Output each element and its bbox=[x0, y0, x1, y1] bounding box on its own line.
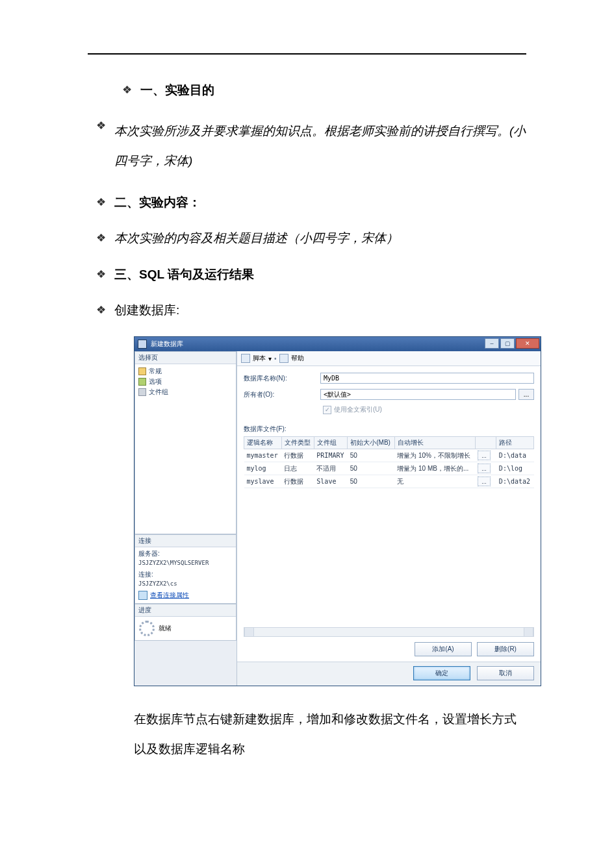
col-ellipsis bbox=[475, 437, 496, 449]
server-value: JSJZYZX2\MYSQLSERVER bbox=[138, 560, 233, 566]
minimize-button[interactable]: – bbox=[485, 338, 499, 349]
section-3-action: 创建数据库: bbox=[114, 301, 531, 319]
dbname-input[interactable]: MyDB bbox=[320, 373, 534, 384]
cell-grow[interactable]: 增量为 10%，不限制增长 bbox=[394, 449, 475, 462]
connection-head: 连接 bbox=[135, 535, 236, 547]
cell-group[interactable]: 不适用 bbox=[314, 462, 347, 475]
cell-type[interactable]: 行数据 bbox=[281, 449, 314, 462]
titlebar[interactable]: 新建数据库 – ▢ ✕ bbox=[134, 337, 541, 351]
nav-item-general[interactable]: 常规 bbox=[138, 366, 233, 377]
add-button[interactable]: 添加(A) bbox=[415, 642, 472, 656]
cell-size[interactable]: 50 bbox=[348, 449, 394, 462]
nav-label: 常规 bbox=[149, 367, 162, 376]
form-area: 数据库名称(N): MyDB 所有者(O): <默认值> ... ✓ bbox=[237, 366, 541, 422]
progress-text: 就绪 bbox=[159, 624, 172, 633]
col-logicalname[interactable]: 逻辑名称 bbox=[244, 437, 282, 449]
section-1-title: 一、实验目的 bbox=[140, 81, 531, 99]
bullet-icon: ❖ bbox=[96, 116, 114, 134]
fulltext-checkbox[interactable]: ✓ bbox=[323, 406, 331, 414]
footer-paragraph: 在数据库节点右键新建数据库，增加和修改数据文件名，设置增长方式以及数据库逻辑名称 bbox=[134, 704, 531, 763]
col-autogrow[interactable]: 自动增长 bbox=[394, 437, 475, 449]
connection-value: JSJZYZX2\cs bbox=[138, 580, 233, 587]
nav-head: 选择页 bbox=[135, 352, 236, 364]
cell-group[interactable]: PRIMARY bbox=[314, 449, 347, 462]
bullet-icon: ❖ bbox=[122, 81, 140, 99]
view-connection-link[interactable]: 查看连接属性 bbox=[138, 591, 233, 600]
files-label: 数据库文件(F): bbox=[244, 425, 541, 434]
left-pane: 选择页 常规 选项 bbox=[134, 351, 237, 686]
progress-head: 进度 bbox=[135, 604, 236, 617]
owner-label: 所有者(O): bbox=[244, 390, 320, 399]
close-button[interactable]: ✕ bbox=[516, 338, 539, 349]
separator: • bbox=[274, 355, 277, 362]
grid-empty-space[interactable] bbox=[244, 488, 534, 625]
section-1-body: 本次实验所涉及并要求掌握的知识点。根据老师实验前的讲授自行撰写。(小四号字，宋体… bbox=[114, 116, 531, 175]
page-icon bbox=[138, 388, 146, 396]
dialog-footer: 确定 取消 bbox=[237, 662, 541, 686]
owner-browse-button[interactable]: ... bbox=[518, 389, 534, 400]
window-title: 新建数据库 bbox=[151, 340, 183, 349]
connection-label: 连接: bbox=[138, 570, 233, 579]
section-2-heading: ❖ 二、实验内容： bbox=[96, 193, 531, 212]
table-row[interactable]: mymaster 行数据 PRIMARY 50 增量为 10%，不限制增长 ..… bbox=[244, 449, 534, 462]
section-2-body: 本次实验的内容及相关题目描述（小四号字，宋体） bbox=[114, 229, 531, 247]
server-label: 服务器: bbox=[138, 549, 233, 558]
section-3-action-line: ❖ 创建数据库: bbox=[96, 301, 531, 319]
embedded-screenshot: 新建数据库 – ▢ ✕ 选择页 bbox=[134, 336, 541, 686]
table-row[interactable]: myslave 行数据 Slave 50 无 ... D:\data2 bbox=[244, 475, 534, 488]
cell-path[interactable]: D:\data2 bbox=[496, 475, 534, 488]
cell-browse-button[interactable]: ... bbox=[478, 477, 491, 486]
horizontal-scrollbar[interactable] bbox=[244, 627, 534, 637]
nav-item-options[interactable]: 选项 bbox=[138, 377, 233, 387]
cell-size[interactable]: 50 bbox=[348, 462, 394, 475]
col-filegroup[interactable]: 文件组 bbox=[314, 437, 347, 449]
owner-input[interactable]: <默认值> bbox=[320, 389, 516, 400]
right-pane: 脚本 ▾ • 帮助 数据库名称(N): MyDB bbox=[237, 351, 541, 686]
section-3-title: 三、SQL 语句及运行结果 bbox=[114, 265, 531, 284]
progress-panel: 进度 就绪 bbox=[134, 604, 237, 641]
nav-item-filegroups[interactable]: 文件组 bbox=[138, 387, 233, 397]
spinner-icon bbox=[139, 621, 155, 636]
grid-header-row: 逻辑名称 文件类型 文件组 初始大小(MB) 自动增长 路径 bbox=[244, 437, 534, 449]
section-1-heading: ❖ 一、实验目的 bbox=[96, 81, 531, 99]
remove-button[interactable]: 删除(R) bbox=[477, 642, 534, 656]
cell-grow[interactable]: 无 bbox=[394, 475, 475, 488]
grid-action-row: 添加(A) 删除(R) bbox=[237, 637, 541, 662]
files-grid[interactable]: 逻辑名称 文件类型 文件组 初始大小(MB) 自动增长 路径 bbox=[244, 436, 534, 625]
document-body: ❖ 一、实验目的 ❖ 本次实验所涉及并要求掌握的知识点。根据老师实验前的讲授自行… bbox=[0, 55, 614, 764]
cell-browse-button[interactable]: ... bbox=[478, 464, 491, 473]
script-icon bbox=[241, 354, 250, 363]
script-dropdown[interactable]: ▾ bbox=[268, 355, 272, 362]
connection-panel: 连接 服务器: JSJZYZX2\MYSQLSERVER 连接: JSJZYZX… bbox=[134, 534, 237, 604]
section-3-heading: ❖ 三、SQL 语句及运行结果 bbox=[96, 265, 531, 284]
cell-path[interactable]: D:\data bbox=[496, 449, 534, 462]
col-initsize[interactable]: 初始大小(MB) bbox=[348, 437, 394, 449]
ok-button[interactable]: 确定 bbox=[413, 666, 470, 680]
maximize-button[interactable]: ▢ bbox=[500, 338, 515, 349]
col-filetype[interactable]: 文件类型 bbox=[281, 437, 314, 449]
cell-type[interactable]: 日志 bbox=[281, 462, 314, 475]
cancel-button[interactable]: 取消 bbox=[477, 666, 534, 680]
page-icon bbox=[138, 367, 146, 375]
bullet-icon: ❖ bbox=[96, 229, 114, 247]
fulltext-label: 使用全文索引(U) bbox=[334, 405, 382, 414]
help-button[interactable]: 帮助 bbox=[291, 354, 304, 363]
table-row[interactable]: mylog 日志 不适用 50 增量为 10 MB，增长的... ... D:\… bbox=[244, 462, 534, 475]
cell-name[interactable]: mymaster bbox=[244, 449, 282, 462]
script-button[interactable]: 脚本 bbox=[253, 354, 266, 363]
cell-name[interactable]: myslave bbox=[244, 475, 282, 488]
cell-group[interactable]: Slave bbox=[314, 475, 347, 488]
cell-name[interactable]: mylog bbox=[244, 462, 282, 475]
app-icon bbox=[138, 340, 147, 349]
page-icon bbox=[138, 378, 146, 386]
cell-browse-button[interactable]: ... bbox=[478, 451, 491, 460]
col-path[interactable]: 路径 bbox=[496, 437, 534, 449]
cell-path[interactable]: D:\log bbox=[496, 462, 534, 475]
nav-label: 选项 bbox=[149, 377, 162, 386]
section-2-title: 二、实验内容： bbox=[114, 193, 531, 212]
cell-size[interactable]: 50 bbox=[348, 475, 394, 488]
connection-link-text[interactable]: 查看连接属性 bbox=[150, 591, 189, 600]
cell-grow[interactable]: 增量为 10 MB，增长的... bbox=[394, 462, 475, 475]
cell-type[interactable]: 行数据 bbox=[281, 475, 314, 488]
nav-panel: 选择页 常规 选项 bbox=[134, 351, 237, 534]
